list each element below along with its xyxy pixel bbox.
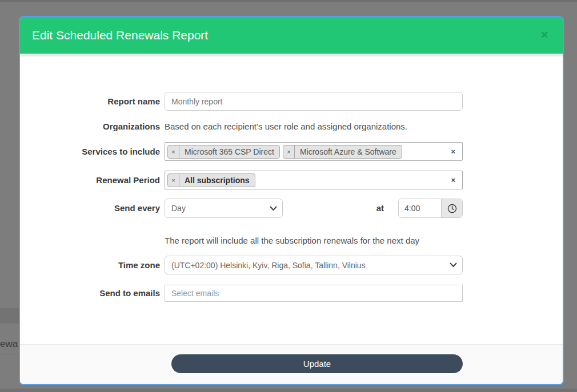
report-name-input[interactable] [165, 92, 463, 111]
send-to-emails-label: Send to emails [20, 285, 160, 302]
background-bottom-bar [0, 389, 577, 392]
dialog-footer: Update [20, 344, 563, 384]
service-tag: × Microsoft 365 CSP Direct [167, 145, 280, 159]
time-input[interactable] [399, 199, 441, 217]
clear-selection-icon[interactable]: × [449, 171, 457, 189]
close-icon[interactable]: ✕ [538, 29, 551, 42]
schedule-note: The report will include all the subscrip… [165, 235, 419, 246]
background-section-band [0, 308, 19, 324]
report-name-label: Report name [20, 92, 160, 111]
service-tag: × Microsoft Azure & Software [283, 145, 402, 159]
background-partial-heading: ewa [0, 338, 19, 350]
tag-remove-icon[interactable]: × [168, 146, 179, 158]
time-zone-select[interactable]: (UTC+02:00) Helsinki, Kyiv, Riga, Sofia,… [165, 256, 463, 274]
tag-remove-icon[interactable]: × [283, 146, 295, 158]
tag-label: All subscriptions [179, 174, 255, 187]
update-button[interactable]: Update [171, 354, 463, 373]
edit-scheduled-renewals-report-dialog: Edit Scheduled Renewals Report ✕ Report … [19, 16, 564, 385]
background-top-bar [0, 0, 577, 2]
time-zone-label: Time zone [20, 256, 160, 274]
services-to-include-multiselect[interactable]: × Microsoft 365 CSP Direct × Microsoft A… [165, 142, 463, 161]
send-every-label: Send every [20, 199, 160, 218]
send-every-select[interactable]: Day [165, 199, 283, 218]
header-divider [20, 54, 563, 56]
clock-icon[interactable] [441, 199, 462, 217]
renewal-period-label: Renewal Period [20, 171, 160, 189]
renewal-period-multiselect[interactable]: × All subscriptions × [165, 171, 463, 189]
organizations-note: Based on each recipient’s user role and … [165, 121, 407, 132]
organizations-label: Organizations [20, 121, 160, 132]
send-to-emails-input[interactable] [165, 285, 463, 302]
renewal-period-tag: × All subscriptions [167, 173, 255, 187]
dialog-title: Edit Scheduled Renewals Report [32, 17, 208, 54]
services-to-include-label: Services to include [20, 142, 160, 161]
at-label: at [354, 199, 384, 218]
dialog-header: Edit Scheduled Renewals Report ✕ [20, 17, 563, 54]
tag-remove-icon[interactable]: × [168, 174, 179, 187]
clear-selection-icon[interactable]: × [449, 143, 457, 160]
time-input-group [398, 199, 463, 218]
tag-label: Microsoft 365 CSP Direct [179, 146, 279, 158]
background-divider [0, 354, 19, 354]
tag-label: Microsoft Azure & Software [295, 146, 402, 158]
